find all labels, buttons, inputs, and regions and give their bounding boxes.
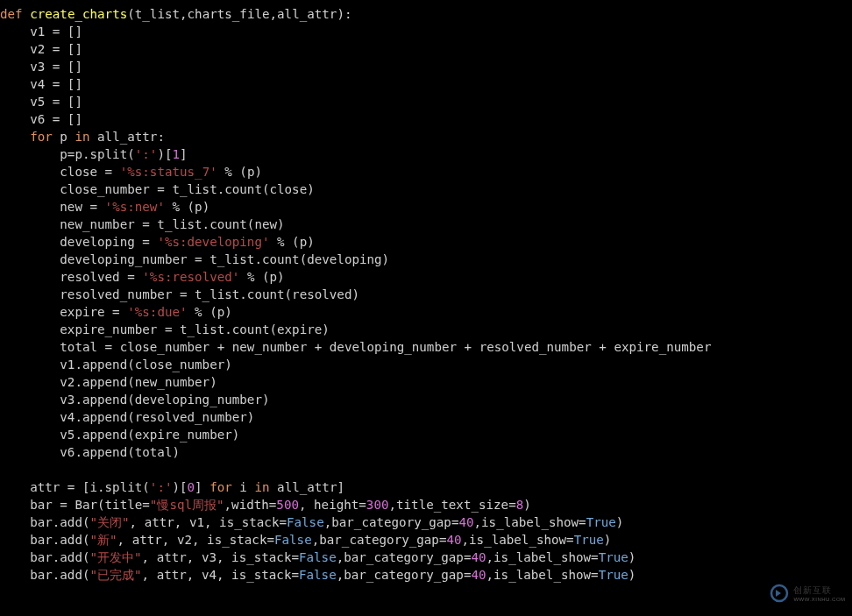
code-token: ) [628,568,636,582]
code-token: in [254,480,269,494]
code-token: 1 [172,147,180,161]
code-token: ) [604,533,612,547]
code-token: True [599,550,628,564]
code-token: bar.add( [0,550,90,564]
code-token: p [53,130,75,144]
code-token: False [287,515,324,529]
code-token: bar = Bar(title= [0,498,150,512]
code-token: True [574,533,604,547]
code-token: True [586,515,616,529]
watermark-text: 创新互联 [793,584,845,597]
code-token: 0 [188,480,195,494]
code-token: % (p) [217,165,262,179]
code-token: v2 = [] [0,42,82,56]
code-token: ,is_label_show= [462,533,574,547]
code-token: )[ [172,480,187,494]
code-token: ':' [150,480,173,494]
code-token: expire = [0,305,127,319]
code-block: def create_charts(t_list,charts_file,all… [0,0,852,584]
code-token: ,is_label_show= [474,515,586,529]
code-token: % (p) [165,200,209,214]
code-token: True [599,568,628,582]
code-token: 40 [471,568,486,582]
code-token: v4 = [] [0,77,82,91]
code-token: new_number = t_list.count(new) [0,217,285,231]
code-token: v5.append(expire_number) [0,428,239,442]
code-token: expire_number = t_list.count(expire) [0,322,330,336]
code-token: v4.append(resolved_number) [0,410,254,424]
code-token: ,is_label_show= [486,550,599,564]
code-token [0,130,30,144]
code-token: False [299,550,337,564]
code-token: def [0,7,30,21]
code-token: new = [0,200,105,214]
code-token: "开发中" [90,550,142,564]
code-token: 500 [276,498,299,512]
code-token: v3 = [] [0,60,82,74]
code-token: '%s:new' [105,200,165,214]
code-token: v6 = [] [0,112,82,126]
code-token: resolved = [0,270,142,284]
code-token: "已完成" [90,568,142,582]
code-token: close = [0,165,120,179]
code-token: v1.append(close_number) [0,358,232,372]
code-token: False [299,568,337,582]
code-token: i [232,480,255,494]
code-token: total = close_number + new_number + deve… [0,340,711,354]
code-token: 8 [516,498,524,512]
svg-point-0 [771,585,787,601]
code-token: ,bar_category_gap= [324,515,459,529]
code-token: 300 [366,498,389,512]
code-token: 40 [471,550,486,564]
code-token: bar.add( [0,568,90,582]
code-token: , attr, v4, is_stack= [142,568,299,582]
code-token: v5 = [] [0,95,82,109]
code-token: , attr, v2, is_stack= [117,533,274,547]
code-token: ) [523,498,531,512]
code-token: attr = [i.split( [0,480,150,494]
code-token: v6.append(total) [0,445,180,459]
code-token: ,width= [224,498,277,512]
code-token: all_attr: [90,130,165,144]
code-token: ,bar_category_gap= [312,533,447,547]
code-token: '%s:developing' [157,235,269,249]
code-token: ] [180,147,188,161]
code-token: % (p) [239,270,284,284]
code-token: developing_number = t_list.count(develop… [0,252,389,266]
code-token: )[ [157,147,172,161]
code-token: ,is_label_show= [486,568,599,582]
code-token: "关闭" [90,515,130,529]
code-token: , height= [299,498,366,512]
code-token: v2.append(new_number) [0,375,217,389]
code-token: % (p) [188,305,232,319]
code-token: bar.add( [0,533,90,547]
code-token: ) [628,550,636,564]
code-token: for [209,480,232,494]
code-token: '%s:resolved' [142,270,239,284]
watermark-logo-icon [769,583,790,604]
code-token: all_attr] [270,480,344,494]
code-token: '%s:due' [127,305,187,319]
code-token: developing = [0,235,157,249]
code-token: ':' [135,147,158,161]
code-token: v3.append(developing_number) [0,393,270,407]
code-token: , attr, v3, is_stack= [142,550,299,564]
code-token: "慢sql周报" [150,498,224,512]
code-token: (t_list,charts_file,all_attr): [127,7,351,21]
code-token: v1 = [] [0,25,82,39]
code-token: p=p.split( [0,147,135,161]
code-token: "新" [90,533,117,547]
code-token: ,title_text_size= [388,498,515,512]
code-token: in [75,130,89,144]
code-token: 40 [446,533,461,547]
code-token: ,bar_category_gap= [337,550,472,564]
code-token: 40 [458,515,473,529]
code-token: ,bar_category_gap= [337,568,472,582]
code-token: create_charts [30,7,127,21]
code-token: , attr, v1, is_stack= [130,515,287,529]
code-token: % (p) [270,235,315,249]
watermark-subtext: WWW.XINHU.COM [793,597,845,602]
code-token: for [30,130,53,144]
code-token: ] [195,480,209,494]
code-token: bar.add( [0,515,90,529]
